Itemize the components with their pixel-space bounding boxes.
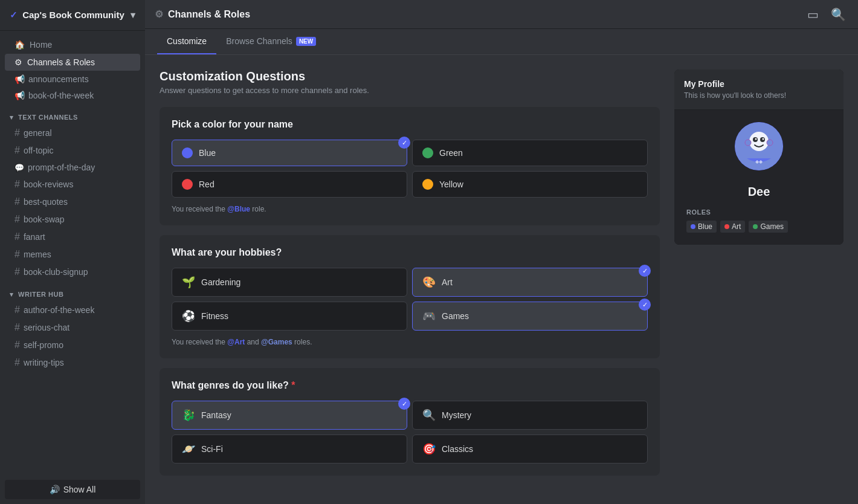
blue-role-label: Blue	[698, 222, 712, 231]
channel-prompt-of-the-day[interactable]: 💬 prompt-of-the-day	[5, 160, 140, 175]
channel-fanart[interactable]: # fanart	[5, 228, 140, 245]
roles-list: Blue Art Games	[686, 221, 831, 233]
top-bar-actions: ▭ 🔍	[805, 5, 848, 24]
svg-point-7	[767, 140, 773, 146]
speaker-icon: 🔊	[50, 485, 60, 494]
channel-serious-chat[interactable]: # serious-chat	[5, 319, 140, 336]
color-role-received: You received the @Blue role.	[172, 205, 648, 213]
sidebar-nav: 🏠 Home ⚙ Channels & Roles 📢 announcement…	[0, 31, 145, 475]
classics-emoji: 🎯	[422, 442, 436, 456]
option-games[interactable]: 🎮 Games ✓	[412, 302, 648, 331]
option-scifi[interactable]: 🪐 Sci-Fi	[172, 435, 407, 464]
channel-self-promo[interactable]: # self-promo	[5, 337, 140, 354]
channel-book-reviews[interactable]: # book-reviews	[5, 176, 140, 193]
option-yellow[interactable]: Yellow	[412, 171, 648, 198]
option-classics[interactable]: 🎯 Classics	[412, 435, 648, 464]
search-button[interactable]: 🔍	[828, 5, 848, 24]
option-red[interactable]: Red	[172, 171, 407, 198]
option-green-label: Green	[439, 148, 463, 158]
art-checkmark: ✓	[639, 265, 651, 277]
sidebar-item-channels-roles[interactable]: ⚙ Channels & Roles	[5, 54, 140, 71]
sidebar-item-home-label: Home	[30, 40, 52, 50]
svg-point-5	[763, 138, 764, 140]
option-art[interactable]: 🎨 Art ✓	[412, 268, 648, 297]
color-options-grid: Blue ✓ Green Red	[172, 140, 648, 198]
question-card-genres: What genres do you like? * 🐉 Fantasy ✓ 🔍…	[160, 368, 660, 476]
server-name-text: Cap's Book Community	[22, 10, 124, 20]
question-color-title: Pick a color for your name	[172, 119, 648, 130]
option-fantasy-label: Fantasy	[201, 410, 231, 420]
channel-book-club-signup[interactable]: # book-club-signup	[5, 263, 140, 280]
option-fitness[interactable]: ⚽ Fitness	[172, 302, 407, 331]
customization-subheading: Answer questions to get access to more c…	[160, 86, 660, 95]
new-badge: NEW	[296, 37, 316, 46]
channel-book-swap[interactable]: # book-swap	[5, 211, 140, 228]
option-fantasy[interactable]: 🐉 Fantasy ✓	[172, 401, 407, 430]
hash-icon: #	[15, 340, 20, 351]
tabs-area: Customize Browse Channels NEW	[145, 29, 858, 55]
option-gardening-label: Gardening	[201, 277, 240, 287]
games-checkmark: ✓	[639, 299, 651, 311]
art-role-highlight: @Art	[227, 338, 245, 346]
yellow-dot	[422, 179, 433, 190]
tab-browse-channels[interactable]: Browse Channels NEW	[216, 29, 326, 54]
hash-icon: #	[15, 196, 20, 207]
channel-announcements[interactable]: 📢 announcements	[5, 71, 140, 87]
announcement-icon: 📢	[15, 74, 25, 84]
server-name[interactable]: ✓ Cap's Book Community ▾	[0, 0, 145, 31]
page-title: ⚙ Channels & Roles	[155, 8, 250, 20]
sidebar-item-home[interactable]: 🏠 Home	[5, 36, 140, 53]
option-mystery[interactable]: 🔍 Mystery	[412, 401, 648, 430]
question-hobbies-title: What are your hobbies?	[172, 247, 648, 258]
art-role-dot	[724, 224, 729, 229]
channel-announcements-label: announcements	[28, 74, 89, 84]
blue-role-highlight: @Blue	[227, 205, 250, 213]
checkmark-icon: ✓	[10, 10, 18, 20]
hash-icon: #	[15, 145, 20, 156]
red-dot	[182, 179, 193, 190]
hash-icon: #	[15, 128, 20, 138]
channel-general[interactable]: # general	[5, 124, 140, 141]
hash-icon: #	[15, 322, 20, 333]
option-gardening[interactable]: 🌱 Gardening	[172, 268, 407, 297]
tab-customize[interactable]: Customize	[157, 29, 216, 54]
fantasy-checkmark: ✓	[398, 398, 410, 410]
channel-author-of-the-week[interactable]: # author-of-the-week	[5, 302, 140, 318]
svg-text:◆◆: ◆◆	[755, 159, 763, 164]
profile-body: ◆◆ Dee ROLES Blue Art	[674, 110, 843, 245]
channel-memes[interactable]: # memes	[5, 246, 140, 263]
channel-writing-tips[interactable]: # writing-tips	[5, 354, 140, 371]
blue-dot	[182, 147, 193, 158]
channel-off-topic[interactable]: # off-topic	[5, 142, 140, 159]
question-card-color: Pick a color for your name Blue ✓ Green	[160, 107, 660, 225]
channel-best-quotes[interactable]: # best-quotes	[5, 193, 140, 210]
sidebar: ✓ Cap's Book Community ▾ 🏠 Home ⚙ Channe…	[0, 0, 145, 504]
hobbies-options-grid: 🌱 Gardening 🎨 Art ✓ ⚽ Fitness	[172, 268, 648, 331]
required-star: *	[291, 380, 295, 390]
svg-point-6	[745, 140, 751, 146]
hash-icon: #	[15, 214, 20, 225]
hash-icon: #	[15, 249, 20, 260]
selected-checkmark: ✓	[398, 137, 410, 149]
channel-book-of-the-week-label: book-of-the-week	[28, 91, 94, 100]
hash-icon: #	[15, 357, 20, 368]
profile-name: Dee	[686, 185, 831, 199]
option-green[interactable]: Green	[412, 140, 648, 166]
option-classics-label: Classics	[442, 444, 473, 454]
inbox-button[interactable]: ▭	[805, 5, 821, 24]
channels-roles-icon: ⚙	[15, 57, 22, 67]
option-fitness-label: Fitness	[201, 311, 228, 321]
writer-hub-collapse-icon: ▾	[10, 291, 14, 298]
option-blue[interactable]: Blue ✓	[172, 140, 407, 166]
home-icon: 🏠	[15, 40, 25, 50]
question-card-hobbies: What are your hobbies? 🌱 Gardening 🎨 Art…	[160, 235, 660, 358]
games-role-label: Games	[760, 222, 784, 231]
art-emoji: 🎨	[422, 276, 436, 289]
role-tag-blue: Blue	[686, 221, 717, 233]
main-panel: Customization Questions Answer questions…	[160, 69, 660, 489]
customization-heading: Customization Questions	[160, 69, 660, 83]
channel-book-of-the-week[interactable]: 📢 book-of-the-week	[5, 88, 140, 103]
show-all-button[interactable]: 🔊 Show All	[5, 480, 140, 499]
question-genres-title: What genres do you like? *	[172, 380, 648, 391]
option-blue-label: Blue	[199, 148, 216, 158]
